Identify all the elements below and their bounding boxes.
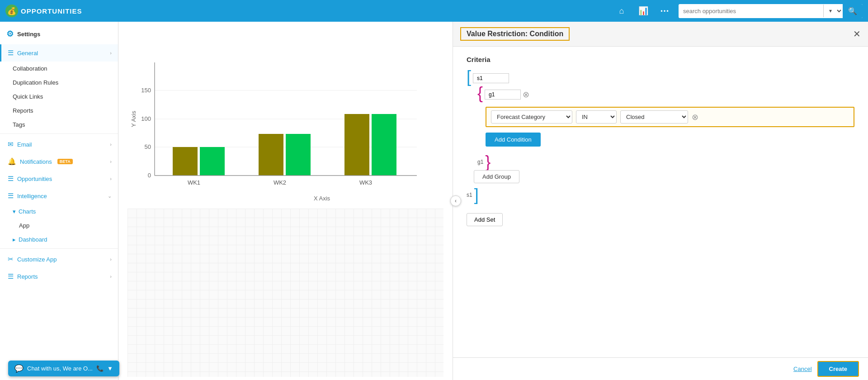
svg-text:WK1: WK1 <box>188 179 200 186</box>
app-name: OPPORTUNITIES <box>21 7 82 15</box>
remove-condition-button[interactable]: ⊗ <box>692 112 698 122</box>
chart-grid-bg <box>127 209 443 377</box>
search-wrap: ▾ 🔍 <box>679 4 863 18</box>
sidebar-item-label: Customize App <box>17 256 57 263</box>
group-close-label: g1 <box>477 159 483 165</box>
bar-wk2-1 <box>259 134 283 176</box>
operator-select[interactable]: IN <box>576 110 617 124</box>
app-logo: 💰 OPPORTUNITIES <box>5 5 82 17</box>
bar-wk1-1 <box>173 147 198 176</box>
search-dropdown[interactable]: ▾ <box>823 5 843 17</box>
chevron-right-icon: › <box>110 256 112 262</box>
general-icon: ☰ <box>8 49 14 57</box>
more-icon: ••• <box>660 8 670 14</box>
toggle-panel-button[interactable]: ‹ <box>450 195 461 206</box>
chat-icon: 💬 <box>14 364 24 373</box>
search-button[interactable]: 🔍 <box>843 4 863 18</box>
sidebar-item-intelligence[interactable]: ☰ Intelligence ⌄ <box>0 187 118 204</box>
more-button[interactable]: ••• <box>657 3 673 19</box>
divider-2 <box>0 248 118 249</box>
chevron-right-icon: ▸ <box>13 236 16 243</box>
svg-text:X Axis: X Axis <box>314 195 330 202</box>
sidebar-item-label: Reports <box>17 273 38 280</box>
bar-wk2-2 <box>286 134 311 176</box>
chart-container: Y Axis X Axis 0 50 100 150 <box>127 31 443 209</box>
bell-icon: 🔔 <box>8 157 16 166</box>
logo-icon: 💰 <box>5 5 18 17</box>
bar-wk3-2 <box>372 114 396 176</box>
create-button[interactable]: Create <box>817 361 859 377</box>
add-condition-button[interactable]: Add Condition <box>486 133 541 147</box>
content-area: Y Axis X Axis 0 50 100 150 <box>118 22 868 380</box>
close-curly-icon: } <box>485 154 491 170</box>
sidebar-sub-quick-links[interactable]: Quick Links <box>0 90 118 104</box>
search-input[interactable] <box>679 5 823 17</box>
criteria-group-close: g1 } <box>477 154 854 170</box>
add-set-wrap: Add Set <box>467 208 854 226</box>
bar-chart: Y Axis X Axis 0 50 100 150 <box>127 35 435 203</box>
chevron-right-icon: › <box>110 176 112 181</box>
sidebar-item-opportunities[interactable]: ☰ Opportunities › <box>0 170 118 187</box>
sidebar-title: Settings <box>17 31 40 38</box>
home-button[interactable]: ⌂ <box>613 3 630 19</box>
sidebar-item-general[interactable]: ☰ General › <box>0 44 118 62</box>
opportunities-icon: ☰ <box>8 175 14 183</box>
phone-icon: 📞 <box>96 365 104 372</box>
charts-label: Charts <box>19 208 36 215</box>
beta-badge: BETA <box>57 159 73 164</box>
sidebar-item-label: Email <box>17 141 32 148</box>
set-name-input[interactable] <box>473 73 509 83</box>
value-select[interactable]: Closed <box>620 110 688 124</box>
svg-text:150: 150 <box>141 87 151 94</box>
expand-icon: ▼ <box>107 365 113 372</box>
modal-title: Value Restriction: Condition <box>460 27 570 41</box>
criteria-group-open: { ⊗ <box>477 87 854 101</box>
intelligence-subitems: ▾ Charts App ▸ Dashboard <box>0 204 118 247</box>
sidebar-sub-collaboration[interactable]: Collaboration <box>0 62 118 76</box>
sidebar-sub-tags[interactable]: Tags <box>0 118 118 132</box>
chart-panel: Y Axis X Axis 0 50 100 150 <box>118 22 453 380</box>
open-curly-icon: { <box>477 85 483 101</box>
bottom-bar: Cancel Create <box>453 357 868 380</box>
group-name-input[interactable] <box>485 90 521 100</box>
sidebar: ⚙ Settings ☰ General › Collaboration Dup… <box>0 22 118 380</box>
sidebar-item-label: General <box>17 50 38 57</box>
sidebar-item-customize-app[interactable]: ✂ Customize App › <box>0 251 118 268</box>
chevron-right-icon: › <box>110 142 112 147</box>
add-group-button[interactable]: Add Group <box>474 170 519 183</box>
field-select[interactable]: Forecast Category <box>491 110 572 124</box>
sidebar-item-email[interactable]: ✉ Email › <box>0 136 118 153</box>
sidebar-item-label: Opportunities <box>17 176 52 182</box>
svg-text:Y Axis: Y Axis <box>130 111 137 127</box>
chevron-right-icon: › <box>110 274 112 279</box>
topbar: 💰 OPPORTUNITIES ⌂ 📊 ••• ▾ 🔍 <box>0 0 868 22</box>
panel-header-bar: Value Restriction: Condition ✕ <box>453 22 868 47</box>
chevron-right-icon: › <box>110 50 112 56</box>
sidebar-dashboard-section[interactable]: ▸ Dashboard <box>6 233 118 247</box>
svg-text:WK2: WK2 <box>274 179 286 186</box>
sidebar-header: ⚙ Settings <box>0 22 118 44</box>
set-close-label: s1 <box>467 192 472 198</box>
chat-widget[interactable]: 💬 Chat with us, We are O... 📞 ▼ <box>8 361 119 376</box>
cancel-button[interactable]: Cancel <box>793 366 811 372</box>
email-icon: ✉ <box>8 140 14 148</box>
svg-text:100: 100 <box>141 115 151 122</box>
sidebar-item-notifications[interactable]: 🔔 Notifications BETA › <box>0 153 118 170</box>
sidebar-item-reports[interactable]: ☰ Reports › <box>0 268 118 285</box>
sidebar-sub-app[interactable]: App <box>6 218 118 233</box>
main-layout: ⚙ Settings ☰ General › Collaboration Dup… <box>0 22 868 380</box>
sidebar-sub-reports[interactable]: Reports <box>0 104 118 118</box>
sidebar-item-label: Notifications <box>20 158 52 165</box>
add-set-button[interactable]: Add Set <box>467 213 503 226</box>
sidebar-sub-duplication-rules[interactable]: Duplication Rules <box>0 76 118 90</box>
modal-body: Criteria [ { ⊗ Forecast Category IN <box>453 47 868 357</box>
condition-row: Forecast Category IN Closed ⊗ <box>486 107 854 127</box>
bar-wk1-2 <box>200 147 225 176</box>
remove-group-button[interactable]: ⊗ <box>523 90 529 100</box>
svg-text:0: 0 <box>148 172 151 179</box>
chart-button[interactable]: 📊 <box>635 3 651 19</box>
bar-wk3-1 <box>344 114 369 176</box>
criteria-set-close: s1 ] <box>467 187 854 203</box>
sidebar-charts-section[interactable]: ▾ Charts <box>6 204 118 218</box>
modal-close-button[interactable]: ✕ <box>853 28 861 39</box>
